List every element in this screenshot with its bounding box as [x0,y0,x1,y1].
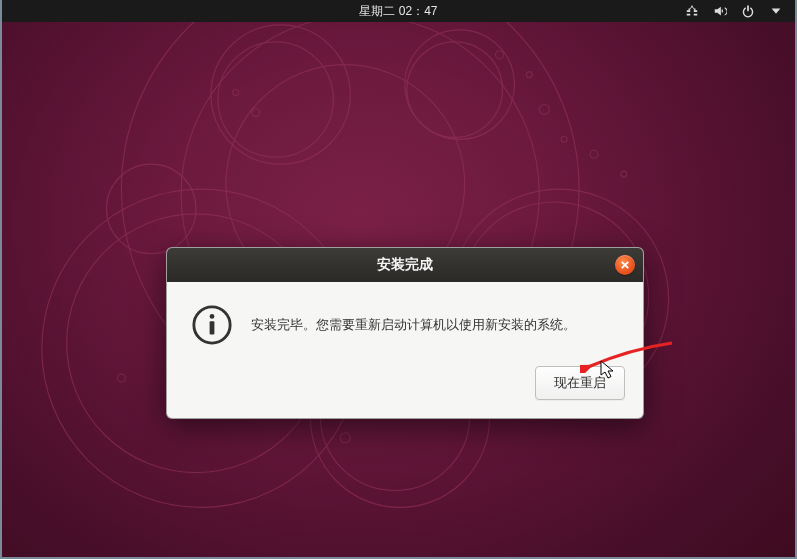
close-button[interactable] [615,255,635,275]
install-complete-dialog: 安装完成 安装完毕。您需要重新启动计算机以使用新安装的系统。 现在重启 [166,247,644,419]
svg-point-11 [106,164,196,254]
svg-point-21 [340,433,350,443]
svg-point-18 [590,150,598,158]
dialog-actions: 现在重启 [167,358,643,418]
restart-now-button[interactable]: 现在重启 [535,366,625,400]
clock-area[interactable]: 星期二 02：47 [359,3,437,20]
svg-point-14 [496,51,504,59]
info-icon [191,304,233,346]
svg-point-19 [621,171,627,177]
desktop: 星期二 02：47 安装完成 [0,0,797,559]
svg-point-5 [211,25,350,164]
close-icon [621,261,629,269]
svg-rect-26 [210,321,215,334]
svg-point-15 [526,72,532,78]
dialog-title: 安装完成 [377,256,433,274]
dialog-titlebar[interactable]: 安装完成 [167,248,643,282]
system-tray [685,4,795,18]
power-icon[interactable] [741,4,755,18]
svg-point-17 [561,136,567,142]
svg-point-3 [405,30,514,139]
datetime-label: 星期二 02：47 [359,3,437,20]
volume-icon[interactable] [713,4,727,18]
network-icon[interactable] [685,4,699,18]
svg-point-4 [407,42,503,138]
top-panel: 星期二 02：47 [2,0,795,22]
chevron-down-icon[interactable] [769,4,783,18]
svg-point-25 [210,314,215,319]
svg-point-22 [233,90,239,96]
svg-point-6 [218,42,333,157]
svg-point-20 [117,374,125,382]
svg-point-23 [252,108,260,116]
dialog-message: 安装完毕。您需要重新启动计算机以使用新安装的系统。 [251,315,576,335]
svg-point-16 [539,104,549,114]
dialog-body: 安装完毕。您需要重新启动计算机以使用新安装的系统。 [167,282,643,358]
